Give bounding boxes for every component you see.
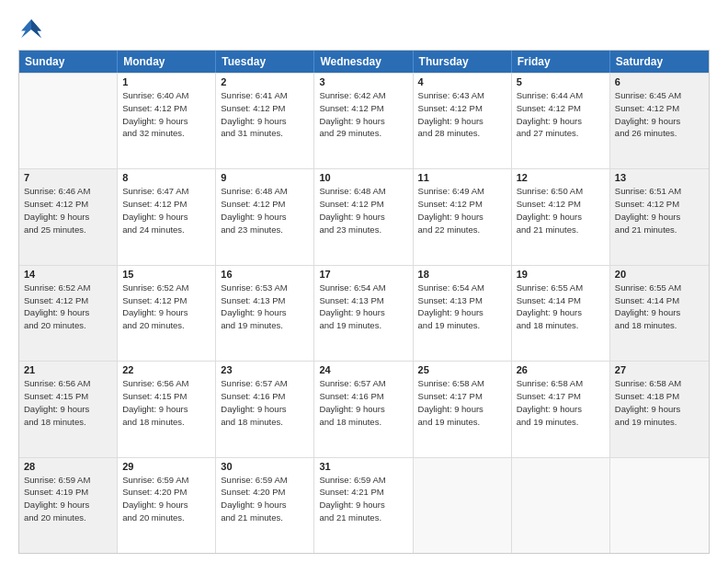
day-cell-18: 18Sunrise: 6:54 AMSunset: 4:13 PMDayligh… (414, 266, 512, 361)
calendar-header-tuesday: Tuesday (216, 51, 314, 73)
day-cell-11: 11Sunrise: 6:49 AMSunset: 4:12 PMDayligh… (414, 169, 512, 264)
day-cell-24: 24Sunrise: 6:57 AMSunset: 4:16 PMDayligh… (314, 362, 413, 456)
day-number: 30 (221, 461, 309, 472)
calendar-header-thursday: Thursday (414, 51, 512, 73)
day-cell-20: 20Sunrise: 6:55 AMSunset: 4:14 PMDayligh… (610, 266, 709, 361)
day-number: 2 (221, 76, 309, 87)
day-info: Sunrise: 6:52 AMSunset: 4:12 PMDaylight:… (122, 282, 210, 332)
day-cell-25: 25Sunrise: 6:58 AMSunset: 4:17 PMDayligh… (414, 362, 512, 456)
day-info: Sunrise: 6:48 AMSunset: 4:12 PMDaylight:… (319, 185, 407, 236)
day-info: Sunrise: 6:42 AMSunset: 4:12 PMDaylight:… (319, 89, 407, 140)
day-info: Sunrise: 6:55 AMSunset: 4:14 PMDaylight:… (615, 282, 704, 332)
calendar-row-3: 14Sunrise: 6:52 AMSunset: 4:12 PMDayligh… (19, 265, 709, 361)
calendar-row-1: 1Sunrise: 6:40 AMSunset: 4:12 PMDaylight… (19, 73, 709, 168)
day-info: Sunrise: 6:55 AMSunset: 4:14 PMDaylight:… (517, 282, 605, 332)
empty-cell-4-5 (512, 458, 610, 553)
day-cell-10: 10Sunrise: 6:48 AMSunset: 4:12 PMDayligh… (314, 169, 413, 264)
calendar-body: 1Sunrise: 6:40 AMSunset: 4:12 PMDaylight… (19, 73, 709, 553)
calendar-header-monday: Monday (118, 51, 216, 73)
day-info: Sunrise: 6:57 AMSunset: 4:16 PMDaylight:… (221, 377, 309, 428)
day-number: 25 (418, 364, 506, 375)
day-number: 13 (615, 172, 704, 183)
day-number: 29 (122, 461, 210, 472)
day-number: 18 (418, 269, 506, 280)
day-info: Sunrise: 6:54 AMSunset: 4:13 PMDaylight:… (319, 282, 407, 332)
day-info: Sunrise: 6:57 AMSunset: 4:16 PMDaylight:… (319, 377, 407, 428)
day-number: 28 (24, 461, 112, 472)
day-number: 1 (122, 76, 210, 87)
day-cell-7: 7Sunrise: 6:46 AMSunset: 4:12 PMDaylight… (19, 169, 118, 264)
day-number: 15 (122, 269, 210, 280)
day-info: Sunrise: 6:51 AMSunset: 4:12 PMDaylight:… (615, 185, 704, 236)
day-number: 17 (319, 269, 407, 280)
day-cell-16: 16Sunrise: 6:53 AMSunset: 4:13 PMDayligh… (216, 266, 314, 361)
day-number: 7 (24, 172, 112, 183)
day-info: Sunrise: 6:58 AMSunset: 4:17 PMDaylight:… (418, 377, 506, 428)
day-cell-5: 5Sunrise: 6:44 AMSunset: 4:12 PMDaylight… (512, 74, 610, 168)
day-cell-9: 9Sunrise: 6:48 AMSunset: 4:12 PMDaylight… (216, 169, 314, 264)
day-cell-29: 29Sunrise: 6:59 AMSunset: 4:20 PMDayligh… (118, 458, 216, 553)
calendar: SundayMondayTuesdayWednesdayThursdayFrid… (18, 50, 710, 554)
day-number: 21 (24, 364, 112, 375)
day-info: Sunrise: 6:54 AMSunset: 4:13 PMDaylight:… (418, 282, 506, 332)
day-info: Sunrise: 6:56 AMSunset: 4:15 PMDaylight:… (122, 377, 210, 428)
day-number: 26 (517, 364, 605, 375)
svg-marker-1 (31, 19, 41, 38)
calendar-header-friday: Friday (512, 51, 610, 73)
logo (18, 17, 48, 42)
day-cell-2: 2Sunrise: 6:41 AMSunset: 4:12 PMDaylight… (216, 74, 314, 168)
day-info: Sunrise: 6:46 AMSunset: 4:12 PMDaylight:… (24, 185, 112, 236)
day-info: Sunrise: 6:48 AMSunset: 4:12 PMDaylight:… (221, 185, 309, 236)
day-cell-14: 14Sunrise: 6:52 AMSunset: 4:12 PMDayligh… (19, 266, 118, 361)
day-cell-27: 27Sunrise: 6:58 AMSunset: 4:18 PMDayligh… (610, 362, 709, 456)
day-info: Sunrise: 6:59 AMSunset: 4:20 PMDaylight:… (221, 474, 309, 524)
day-info: Sunrise: 6:50 AMSunset: 4:12 PMDaylight:… (517, 185, 605, 236)
day-cell-19: 19Sunrise: 6:55 AMSunset: 4:14 PMDayligh… (512, 266, 610, 361)
day-cell-26: 26Sunrise: 6:58 AMSunset: 4:17 PMDayligh… (512, 362, 610, 456)
day-number: 9 (221, 172, 309, 183)
day-number: 16 (221, 269, 309, 280)
day-cell-1: 1Sunrise: 6:40 AMSunset: 4:12 PMDaylight… (118, 74, 216, 168)
day-info: Sunrise: 6:56 AMSunset: 4:15 PMDaylight:… (24, 377, 112, 428)
day-info: Sunrise: 6:59 AMSunset: 4:21 PMDaylight:… (319, 474, 407, 524)
day-number: 27 (615, 364, 704, 375)
day-cell-28: 28Sunrise: 6:59 AMSunset: 4:19 PMDayligh… (19, 458, 118, 553)
day-cell-30: 30Sunrise: 6:59 AMSunset: 4:20 PMDayligh… (216, 458, 314, 553)
day-number: 14 (24, 269, 112, 280)
calendar-row-2: 7Sunrise: 6:46 AMSunset: 4:12 PMDaylight… (19, 168, 709, 264)
day-cell-12: 12Sunrise: 6:50 AMSunset: 4:12 PMDayligh… (512, 169, 610, 264)
day-number: 22 (122, 364, 210, 375)
empty-cell-0-0 (19, 74, 118, 168)
calendar-header-saturday: Saturday (610, 51, 709, 73)
day-info: Sunrise: 6:43 AMSunset: 4:12 PMDaylight:… (418, 89, 506, 140)
calendar-row-4: 21Sunrise: 6:56 AMSunset: 4:15 PMDayligh… (19, 361, 709, 456)
logo-icon (18, 17, 44, 42)
calendar-header-row: SundayMondayTuesdayWednesdayThursdayFrid… (19, 51, 709, 73)
calendar-header-sunday: Sunday (19, 51, 118, 73)
day-info: Sunrise: 6:59 AMSunset: 4:20 PMDaylight:… (122, 474, 210, 524)
day-info: Sunrise: 6:41 AMSunset: 4:12 PMDaylight:… (221, 89, 309, 140)
calendar-row-5: 28Sunrise: 6:59 AMSunset: 4:19 PMDayligh… (19, 457, 709, 553)
day-number: 20 (615, 269, 704, 280)
day-info: Sunrise: 6:52 AMSunset: 4:12 PMDaylight:… (24, 282, 112, 332)
day-cell-15: 15Sunrise: 6:52 AMSunset: 4:12 PMDayligh… (118, 266, 216, 361)
day-number: 19 (517, 269, 605, 280)
day-cell-21: 21Sunrise: 6:56 AMSunset: 4:15 PMDayligh… (19, 362, 118, 456)
day-number: 10 (319, 172, 407, 183)
day-info: Sunrise: 6:59 AMSunset: 4:19 PMDaylight:… (24, 474, 112, 524)
calendar-header-wednesday: Wednesday (314, 51, 413, 73)
empty-cell-4-4 (414, 458, 512, 553)
day-number: 31 (319, 461, 407, 472)
day-info: Sunrise: 6:58 AMSunset: 4:17 PMDaylight:… (517, 377, 605, 428)
day-number: 4 (418, 76, 506, 87)
day-number: 24 (319, 364, 407, 375)
day-cell-8: 8Sunrise: 6:47 AMSunset: 4:12 PMDaylight… (118, 169, 216, 264)
day-info: Sunrise: 6:47 AMSunset: 4:12 PMDaylight:… (122, 185, 210, 236)
day-cell-22: 22Sunrise: 6:56 AMSunset: 4:15 PMDayligh… (118, 362, 216, 456)
day-number: 3 (319, 76, 407, 87)
day-cell-4: 4Sunrise: 6:43 AMSunset: 4:12 PMDaylight… (414, 74, 512, 168)
day-number: 12 (517, 172, 605, 183)
day-info: Sunrise: 6:49 AMSunset: 4:12 PMDaylight:… (418, 185, 506, 236)
day-info: Sunrise: 6:53 AMSunset: 4:13 PMDaylight:… (221, 282, 309, 332)
day-number: 11 (418, 172, 506, 183)
